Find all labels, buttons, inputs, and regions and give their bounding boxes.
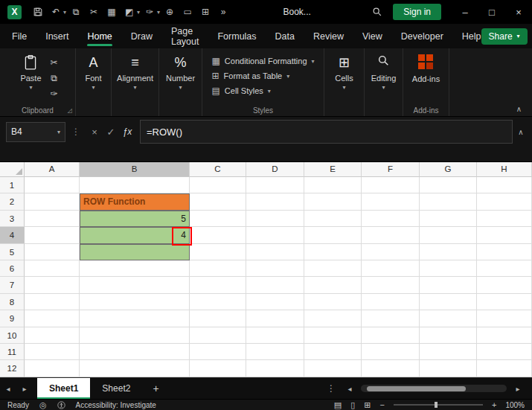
cell-D6[interactable]	[246, 260, 304, 277]
cell-styles-button[interactable]: ▤ Cell Styles ▾	[211, 86, 314, 96]
pen-icon[interactable]: ✑	[142, 7, 157, 17]
cell-E7[interactable]	[304, 277, 362, 293]
sheet-tab-sheet2[interactable]: Sheet2	[90, 378, 142, 399]
cell-B12[interactable]	[80, 360, 190, 377]
cell-B9[interactable]	[80, 310, 190, 327]
undo-icon[interactable]: ↶	[48, 7, 63, 17]
cell-A9[interactable]	[25, 310, 80, 327]
cell-E8[interactable]	[304, 294, 362, 310]
normal-view-icon[interactable]: ▤	[334, 400, 342, 410]
row-header-4[interactable]: 4	[0, 227, 25, 243]
cell-D10[interactable]	[246, 327, 304, 344]
name-box-chevron-icon[interactable]: ▾	[57, 129, 60, 135]
row-header-2[interactable]: 2	[0, 193, 25, 210]
clipboard-dialog-launcher-icon[interactable]: ◿	[68, 107, 72, 114]
cell-F1[interactable]	[362, 177, 420, 193]
cell-F3[interactable]	[362, 211, 420, 227]
cell-H5[interactable]	[477, 244, 532, 260]
insert-object-icon[interactable]: ⊕	[162, 7, 177, 17]
cell-F10[interactable]	[362, 327, 420, 344]
cell-G12[interactable]	[420, 360, 477, 377]
cell-A4[interactable]	[25, 227, 80, 243]
cell-B7[interactable]	[80, 277, 190, 293]
cell-E12[interactable]	[304, 360, 362, 377]
menu-tab-file[interactable]: File	[12, 24, 27, 48]
cell-D9[interactable]	[246, 310, 304, 327]
scroll-left-icon[interactable]: ◂	[342, 385, 358, 393]
cell-G6[interactable]	[420, 260, 477, 277]
next-sheet-icon[interactable]: ▸	[16, 385, 33, 393]
cell-A7[interactable]	[25, 277, 80, 293]
cell-H4[interactable]	[477, 227, 532, 243]
cell-A12[interactable]	[25, 360, 80, 377]
horizontal-scrollbar[interactable]: ◂ ▸	[342, 385, 532, 393]
cell-C9[interactable]	[190, 310, 246, 327]
cell-H8[interactable]	[477, 294, 532, 310]
scrollbar-thumb[interactable]	[367, 386, 466, 391]
cell-D12[interactable]	[246, 360, 304, 377]
cell-A1[interactable]	[25, 177, 80, 193]
cell-D3[interactable]	[246, 211, 304, 227]
cell-C7[interactable]	[190, 277, 246, 293]
sign-in-button[interactable]: Sign in	[393, 4, 441, 20]
cell-E3[interactable]	[304, 211, 362, 227]
menu-tab-draw[interactable]: Draw	[131, 24, 153, 48]
cell-B2[interactable]: ROW Function	[80, 193, 190, 210]
cell-F4[interactable]	[362, 227, 420, 243]
cut-icon[interactable]: ✂	[86, 7, 101, 17]
frame-icon[interactable]: ▭	[180, 7, 195, 17]
cell-G2[interactable]	[420, 193, 477, 210]
row-header-5[interactable]: 5	[0, 244, 25, 260]
column-header-D[interactable]: D	[246, 162, 304, 177]
cut-button[interactable]: ✂	[51, 57, 58, 68]
cell-G5[interactable]	[420, 244, 477, 260]
zoom-level[interactable]: 100%	[505, 401, 525, 409]
cell-E2[interactable]	[304, 193, 362, 210]
undo-dropdown-icon[interactable]: ▾	[63, 9, 66, 16]
cell-B11[interactable]	[80, 344, 190, 360]
select-all-button[interactable]	[0, 162, 25, 177]
paste-button[interactable]: Paste ▾	[17, 53, 44, 104]
cell-B4[interactable]: 4	[80, 227, 190, 243]
cell-G4[interactable]	[420, 227, 477, 243]
column-header-A[interactable]: A	[25, 162, 80, 177]
cell-D5[interactable]	[246, 244, 304, 260]
menu-tab-page-layout[interactable]: Page Layout	[171, 24, 199, 48]
row-header-1[interactable]: 1	[0, 177, 25, 193]
tabbar-overflow-icon[interactable]: ⋮	[327, 383, 336, 394]
row-header-9[interactable]: 9	[0, 310, 25, 327]
minimize-button[interactable]: –	[452, 0, 478, 24]
cell-F7[interactable]	[362, 277, 420, 293]
cell-E1[interactable]	[304, 177, 362, 193]
column-header-B[interactable]: B	[80, 162, 190, 177]
maximize-button[interactable]: □	[478, 0, 505, 24]
menu-tab-home[interactable]: Home	[87, 24, 112, 48]
formula-input[interactable]: =ROW()	[140, 120, 513, 144]
cell-F12[interactable]	[362, 360, 420, 377]
format-painter-button[interactable]: ✑	[51, 89, 58, 99]
formula-bar-drag-handle-icon[interactable]: ⋮	[71, 126, 80, 137]
cell-A2[interactable]	[25, 193, 80, 210]
cell-H12[interactable]	[477, 360, 532, 377]
menu-tab-help[interactable]: Help	[462, 24, 481, 48]
font-button[interactable]: A Font ▾	[82, 53, 104, 104]
ribbon-collapse-icon[interactable]: ∧	[516, 105, 522, 113]
shading-icon[interactable]: ◩	[122, 7, 137, 17]
cell-C6[interactable]	[190, 260, 246, 277]
cell-B6[interactable]	[80, 260, 190, 277]
cell-A3[interactable]	[25, 211, 80, 227]
column-header-G[interactable]: G	[420, 162, 477, 177]
cell-G9[interactable]	[420, 310, 477, 327]
previous-sheet-icon[interactable]: ◂	[0, 385, 16, 393]
add-sheet-button[interactable]: +	[153, 382, 158, 394]
cell-D1[interactable]	[246, 177, 304, 193]
row-header-3[interactable]: 3	[0, 211, 25, 227]
cell-F6[interactable]	[362, 260, 420, 277]
sheet-tab-sheet1[interactable]: Sheet1	[37, 378, 90, 399]
cell-A5[interactable]	[25, 244, 80, 260]
record-macro-icon[interactable]: ◎	[39, 400, 47, 410]
cell-H1[interactable]	[477, 177, 532, 193]
column-header-H[interactable]: H	[477, 162, 532, 177]
cell-H11[interactable]	[477, 344, 532, 360]
cell-F5[interactable]	[362, 244, 420, 260]
